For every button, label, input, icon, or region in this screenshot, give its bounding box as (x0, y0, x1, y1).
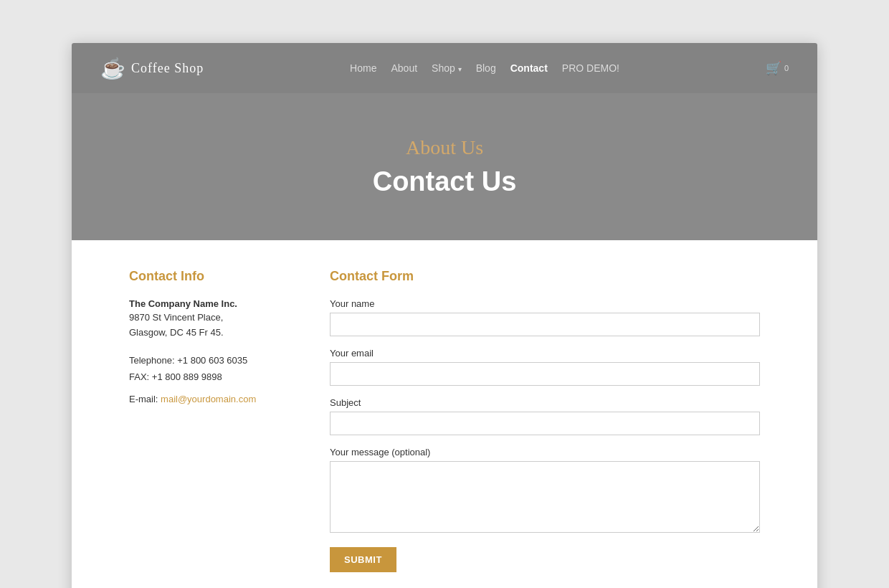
company-name: The Company Name Inc. (129, 298, 287, 309)
subject-input[interactable] (330, 412, 760, 435)
nav-home[interactable]: Home (350, 62, 376, 74)
navigation: ☕ Coffee Shop Home About Shop ▾ Blog Con… (72, 43, 817, 93)
hero-subtitle: About Us (406, 136, 483, 159)
message-input[interactable] (330, 461, 760, 533)
name-input[interactable] (330, 313, 760, 336)
logo-icon: ☕ (100, 57, 125, 80)
contact-info-section: Contact Info The Company Name Inc. 9870 … (129, 269, 287, 572)
email-input[interactable] (330, 362, 760, 386)
shop-dropdown-arrow: ▾ (458, 65, 462, 73)
contact-info-title: Contact Info (129, 269, 287, 284)
cart-button[interactable]: 🛒 0 (766, 60, 789, 76)
logo[interactable]: ☕ Coffee Shop (100, 57, 204, 80)
nav-shop[interactable]: Shop ▾ (432, 62, 462, 74)
message-label: Your message (optional) (330, 447, 760, 457)
nav-pro-demo[interactable]: PRO DEMO! (562, 62, 619, 74)
hero-section: About Us Contact Us (72, 93, 817, 240)
message-field-group: Your message (optional) (330, 447, 760, 536)
hero-title: Contact Us (373, 166, 517, 197)
name-field-group: Your name (330, 298, 760, 336)
contact-form-title: Contact Form (330, 269, 760, 284)
submit-button[interactable]: SUBMIT (330, 547, 396, 572)
subject-label: Subject (330, 397, 760, 408)
company-address: 9870 St Vincent Place, Glasgow, DC 45 Fr… (129, 310, 287, 341)
email-label: Your email (330, 348, 760, 359)
logo-text: Coffee Shop (131, 61, 204, 76)
contact-form-section: Contact Form Your name Your email Subjec… (330, 269, 760, 572)
content-area: Contact Info The Company Name Inc. 9870 … (72, 240, 817, 588)
nav-about[interactable]: About (391, 62, 417, 74)
email-field-group: Your email (330, 348, 760, 386)
contact-phone: Telephone: +1 800 603 6035 FAX: +1 800 8… (129, 352, 287, 386)
subject-field-group: Subject (330, 397, 760, 435)
nav-contact[interactable]: Contact (510, 62, 548, 74)
email-link[interactable]: mail@yourdomain.com (161, 394, 256, 404)
nav-menu: Home About Shop ▾ Blog Contact PRO DEMO! (350, 62, 619, 75)
contact-email: E-mail: mail@yourdomain.com (129, 394, 287, 404)
cart-icon: 🛒 (766, 60, 781, 76)
name-label: Your name (330, 298, 760, 309)
cart-count: 0 (784, 64, 789, 72)
nav-blog[interactable]: Blog (476, 62, 496, 74)
